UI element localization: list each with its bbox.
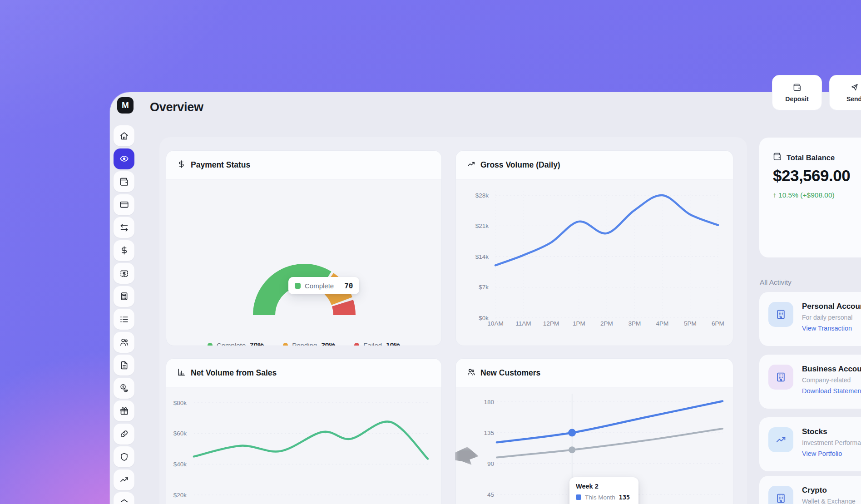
- invoice-icon: [119, 269, 129, 278]
- app-background: { "app": { "logo_letter": "M", "title": …: [0, 0, 861, 504]
- dollar-icon: [177, 160, 186, 170]
- y-axis-tick: $40k: [173, 461, 187, 468]
- net-volume-line-chart: $80k$60k$40k$20k: [166, 387, 442, 504]
- activity-card-business-account: Business AccountCompany-relatedDownload …: [759, 355, 861, 409]
- x-axis-tick: 3PM: [628, 320, 641, 327]
- activity-title: Stocks: [802, 427, 827, 436]
- net-volume-header: Net Volume from Sales: [166, 359, 441, 387]
- series-label: This Month: [585, 494, 615, 501]
- net-volume-body: $80k$60k$40k$20k: [166, 387, 441, 504]
- users-icon: [467, 368, 475, 376]
- y-axis-tick: $21k: [475, 222, 489, 229]
- activity-icon-tile: [768, 427, 793, 452]
- sidebar-item-calculator[interactable]: [114, 286, 134, 307]
- activity-title: Personal Account: [802, 302, 861, 311]
- eye-icon: [119, 154, 129, 163]
- wallet-icon: [773, 152, 782, 163]
- button-label: Deposit: [785, 95, 808, 103]
- x-axis-tick: 10AM: [487, 320, 503, 327]
- credit-card-icon: [119, 200, 129, 209]
- file-text-icon: [119, 361, 129, 370]
- legend-item-complete: Complete70%: [208, 341, 264, 346]
- sidebar-item-invoice[interactable]: [114, 263, 134, 284]
- legend-dot: [354, 343, 359, 346]
- button-label: Send: [846, 95, 861, 103]
- deposit-button[interactable]: Deposit: [772, 75, 822, 110]
- all-activity-heading: All Activity: [760, 278, 792, 287]
- sidebar-item-file-text[interactable]: [114, 355, 134, 376]
- this-month-line: [497, 401, 722, 443]
- y-axis-tick: 135: [484, 430, 494, 436]
- landmark-icon: [119, 498, 129, 504]
- transfer-icon: [119, 223, 129, 232]
- sidebar-item-home[interactable]: [114, 125, 134, 146]
- calculator-icon: [119, 292, 129, 301]
- week-tooltip-title: Week 2: [576, 483, 632, 490]
- activity-icon-tile: [768, 365, 793, 390]
- sidebar-item-coins[interactable]: [114, 378, 134, 399]
- gauge-tooltip-value: 70: [344, 282, 353, 290]
- users-icon: [119, 337, 129, 347]
- send-icon: [850, 83, 859, 92]
- activity-link[interactable]: View Transaction: [802, 325, 852, 332]
- gross-volume-header: Gross Volume (Daily): [456, 151, 733, 179]
- payment-status-card: Payment Status Complete 70 Complete70%Pe…: [166, 150, 442, 346]
- series-swatch: [576, 494, 581, 500]
- x-axis-tick: 5PM: [684, 320, 697, 327]
- sidebar-item-link[interactable]: [114, 424, 134, 445]
- trending-up-icon: [119, 475, 129, 484]
- sidebar-item-dollar[interactable]: [114, 240, 134, 261]
- trending-up-icon: [775, 434, 787, 445]
- sidebar-item-shield[interactable]: [114, 446, 134, 467]
- new-customers-body: 1801359045 Week 2 This Month135Last Mont…: [456, 387, 733, 504]
- gauge-tooltip: Complete 70: [288, 277, 359, 294]
- charts-container: Payment Status Complete 70 Complete70%Pe…: [159, 137, 747, 504]
- net-volume-card: Net Volume from Sales $80k$60k$40k$20k: [166, 358, 442, 504]
- sidebar-item-credit-card[interactable]: [114, 194, 134, 215]
- legend-label: Complete: [217, 341, 246, 346]
- net-volume-title: Net Volume from Sales: [191, 368, 277, 378]
- total-balance-header: Total Balance: [773, 152, 835, 163]
- legend-item-failed: Failed10%: [354, 341, 400, 346]
- this-month-highlight-dot: [568, 429, 576, 437]
- sidebar-item-eye[interactable]: [114, 148, 134, 169]
- dollar-icon: [177, 160, 186, 168]
- building-icon: [775, 309, 787, 320]
- payment-status-body: Complete 70 Complete70%Pending20%Failed1…: [166, 179, 441, 346]
- activity-link[interactable]: Download Statement: [802, 387, 861, 395]
- week-tooltip-rows: This Month135Last Month110: [576, 494, 632, 504]
- activity-card-personal-account: Personal AccountFor daily personalView T…: [759, 292, 861, 346]
- bar-chart-icon: [177, 368, 186, 376]
- x-axis-tick: 11AM: [515, 320, 531, 327]
- sidebar-item-transfer[interactable]: [114, 217, 134, 238]
- legend-item-pending: Pending20%: [283, 341, 335, 346]
- page-title: Overview: [150, 100, 203, 114]
- sidebar-item-users[interactable]: [114, 332, 134, 353]
- building-icon: [775, 371, 787, 383]
- x-axis-tick: 1PM: [573, 320, 585, 327]
- dollar-icon: [119, 246, 129, 255]
- activity-subtitle: For daily personal: [802, 314, 852, 321]
- activity-card-crypto: CryptoWallet & Exchange: [759, 476, 861, 504]
- activity-link[interactable]: View Portfolio: [802, 450, 842, 457]
- y-axis-tick: $7k: [479, 284, 489, 291]
- legend-label: Pending: [292, 341, 317, 346]
- legend-value: 10%: [386, 341, 400, 346]
- sidebar-item-list[interactable]: [114, 309, 134, 330]
- sidebar-item-landmark[interactable]: [114, 492, 134, 504]
- sidebar-item-trending-up[interactable]: [114, 469, 134, 490]
- total-balance-card: Total Balance $23,569.00 ↑ 10.5% (+$908.…: [759, 138, 861, 257]
- activity-card-stocks: StocksInvestment PerformanceView Portfol…: [759, 417, 861, 471]
- gross-volume-line-chart: $28k$21k$14k$7k$0k10AM11AM12PM1PM2PM3PM4…: [456, 179, 733, 346]
- send-button[interactable]: Send: [829, 75, 861, 110]
- list-icon: [119, 315, 129, 324]
- legend-value: 20%: [321, 341, 335, 346]
- y-axis-tick: 45: [487, 491, 494, 498]
- new-customers-header: New Customers: [456, 359, 733, 387]
- sidebar-item-wallet[interactable]: [114, 171, 134, 192]
- sidebar-item-gift[interactable]: [114, 400, 134, 421]
- app-logo[interactable]: M: [117, 97, 134, 114]
- new-customers-card: New Customers 1801359045 Week 2 This Mon…: [455, 358, 733, 504]
- activity-subtitle: Company-related: [802, 376, 851, 384]
- shield-icon: [119, 452, 129, 462]
